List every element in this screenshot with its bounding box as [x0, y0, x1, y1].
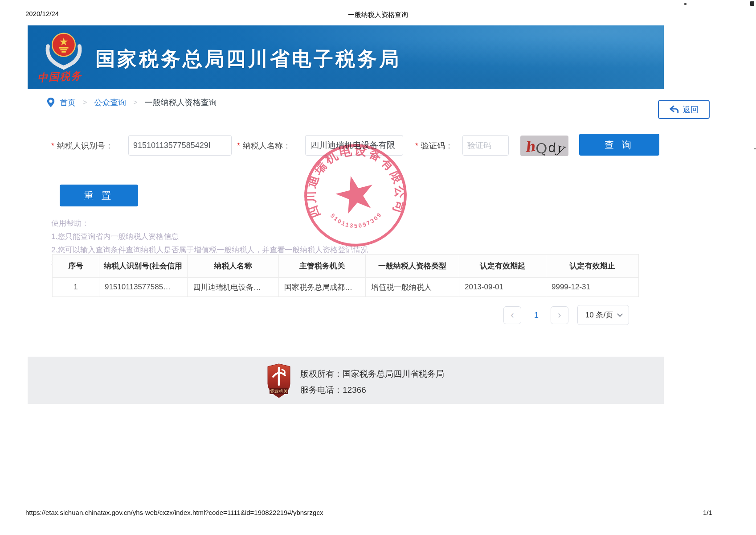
- query-button[interactable]: 查 询: [579, 134, 659, 156]
- col-valid-from: 认定有效期起: [459, 255, 546, 278]
- cell-taxpayer-name: 四川迪瑞机电设备…: [188, 278, 279, 297]
- captcha-char: Q: [535, 141, 547, 156]
- scan-artifact: [684, 3, 687, 5]
- chevron-down-icon: [617, 311, 623, 317]
- cell-valid-from: 2013-09-01: [459, 278, 546, 297]
- captcha-char: h: [524, 140, 536, 155]
- captcha-char: d: [548, 140, 556, 154]
- pagination-prev-button[interactable]: ‹: [503, 306, 521, 324]
- site-title: 国家税务总局四川省电子税务局: [95, 46, 401, 72]
- breadcrumb-public-query[interactable]: 公众查询: [94, 97, 126, 108]
- results-table: 序号 纳税人识别号(社会信用 纳税人名称 主管税务机关 一般纳税人资格类型 认定…: [52, 254, 639, 297]
- site-footer: 党政机关 版权所有：国家税务总局四川省税务局 服务电话：12366: [28, 357, 664, 404]
- site-banner: 中国税务 国家税务总局四川省电子税务局: [28, 25, 664, 89]
- print-page-title: 一般纳税人资格查询: [0, 11, 756, 19]
- required-asterisk: *: [237, 141, 240, 151]
- breadcrumb-separator: >: [133, 99, 137, 107]
- location-pin-icon: [46, 97, 55, 108]
- print-page-number: 1/1: [703, 509, 712, 516]
- seal-company-name: 四川迪瑞机电设备有限公司: [302, 141, 408, 220]
- taxpayer-name-label: * 纳税人名称：: [237, 140, 291, 151]
- pagination-page-1[interactable]: 1: [528, 306, 544, 324]
- cell-qualification-type: 增值税一般纳税人: [366, 278, 459, 297]
- back-button-label: 返回: [682, 104, 699, 115]
- back-arrow-icon: [669, 105, 679, 114]
- col-qualification-type: 一般纳税人资格类型: [366, 255, 459, 278]
- svg-text:四川迪瑞机电设备有限公司: 四川迪瑞机电设备有限公司: [302, 141, 408, 220]
- col-taxpayer-name: 纳税人名称: [188, 255, 279, 278]
- breadcrumb: 首页 > 公众查询 > 一般纳税人资格查询: [46, 97, 217, 108]
- cell-tax-authority: 国家税务总局成都…: [279, 278, 366, 297]
- seal-code: 5101135097309: [329, 210, 384, 230]
- footer-copyright: 版权所有：国家税务总局四川省税务局: [300, 368, 444, 380]
- printed-page: { "print_header": { "date": "2020/12/24"…: [0, 0, 756, 535]
- table-row: 1 91510113577585… 四川迪瑞机电设备… 国家税务总局成都… 增值…: [53, 278, 639, 297]
- cell-seq: 1: [53, 278, 99, 297]
- taxpayer-id-input[interactable]: [128, 135, 232, 156]
- col-taxpayer-id: 纳税人识别号(社会信用: [99, 255, 188, 278]
- back-button[interactable]: 返回: [658, 100, 710, 119]
- col-seq: 序号: [53, 255, 99, 278]
- scan-artifact: [754, 148, 756, 149]
- captcha-input[interactable]: [462, 135, 509, 156]
- breadcrumb-current: 一般纳税人资格查询: [145, 97, 217, 108]
- table-header-row: 序号 纳税人识别号(社会信用 纳税人名称 主管税务机关 一般纳税人资格类型 认定…: [53, 255, 639, 278]
- reset-button[interactable]: 重 置: [60, 185, 138, 206]
- required-asterisk: *: [51, 141, 54, 151]
- footer-phone: 服务电话：12366: [300, 384, 366, 396]
- taxpayer-id-label: * 纳税人识别号：: [51, 140, 113, 151]
- company-seal-stamp: 四川迪瑞机电设备有限公司 5101135097309: [300, 140, 411, 251]
- col-tax-authority: 主管税务机关: [279, 255, 366, 278]
- pagination-next-button[interactable]: ›: [551, 306, 568, 324]
- required-asterisk: *: [415, 141, 418, 151]
- scan-artifact: [750, 1, 754, 6]
- government-badge-icon: 党政机关: [267, 363, 290, 398]
- cell-taxpayer-id: 91510113577585…: [99, 278, 188, 297]
- chevron-right-icon: ›: [558, 309, 561, 321]
- col-valid-to: 认定有效期止: [546, 255, 639, 278]
- cell-valid-to: 9999-12-31: [546, 278, 639, 297]
- breadcrumb-home[interactable]: 首页: [60, 97, 76, 108]
- page-size-value: 10 条/页: [585, 310, 613, 320]
- captcha-char: y: [555, 141, 565, 156]
- emblem-caption: 中国税务: [37, 68, 95, 85]
- page-size-select[interactable]: 10 条/页: [577, 305, 629, 325]
- badge-label: 党政机关: [270, 389, 288, 394]
- chevron-left-icon: ‹: [511, 309, 514, 321]
- captcha-image[interactable]: h Q d y: [520, 136, 568, 156]
- captcha-label: * 验证码：: [415, 140, 453, 151]
- svg-text:5101135097309: 5101135097309: [329, 210, 384, 230]
- print-url: https://etax.sichuan.chinatax.gov.cn/yhs…: [25, 509, 323, 516]
- breadcrumb-separator: >: [83, 99, 87, 107]
- tax-emblem-icon: [42, 31, 85, 71]
